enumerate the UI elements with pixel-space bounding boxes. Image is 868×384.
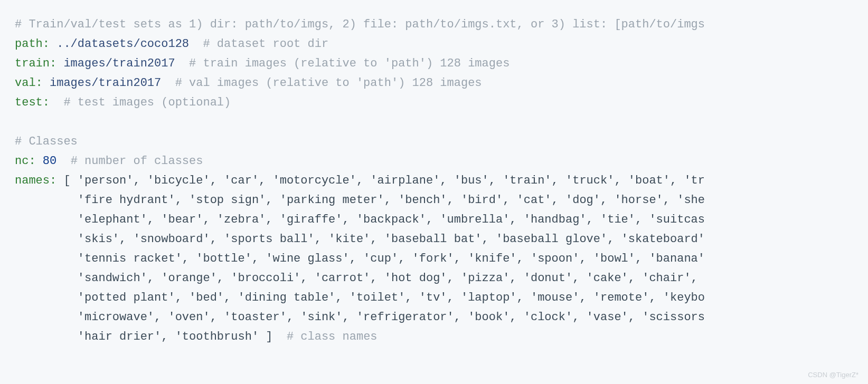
comment-header: # Train/val/test sets as 1) dir: path/to… — [15, 18, 705, 31]
value-nc: 80 — [43, 155, 56, 168]
watermark-text: CSDN @TigerZ* — [808, 371, 858, 379]
names-row-4: 'skis', 'snowboard', 'sports ball', 'kit… — [78, 233, 705, 246]
value-val: images/train2017 — [50, 76, 161, 90]
names-open-bracket: [ — [63, 174, 70, 187]
names-row-9: 'hair drier', 'toothbrush' — [78, 330, 266, 343]
names-row-7: 'potted plant', 'bed', 'dining table', '… — [78, 291, 705, 304]
key-names: names: — [15, 174, 56, 187]
key-nc: nc: — [15, 155, 36, 168]
key-test: test: — [15, 96, 50, 109]
comment-test: # test images (optional) — [63, 96, 231, 109]
names-row-5: 'tennis racket', 'bottle', 'wine glass',… — [78, 252, 705, 265]
names-row-8: 'microwave', 'oven', 'toaster', 'sink', … — [78, 311, 705, 324]
comment-path: # dataset root dir — [203, 37, 328, 51]
yaml-code-block: # Train/val/test sets as 1) dir: path/to… — [0, 0, 868, 347]
names-close-bracket: ] — [266, 330, 272, 343]
key-val: val: — [15, 76, 43, 90]
comment-classes-header: # Classes — [15, 135, 78, 148]
key-train: train: — [15, 57, 56, 70]
comment-nc: # number of classes — [71, 155, 203, 168]
value-path: ../datasets/coco128 — [56, 37, 189, 51]
names-row-2: 'fire hydrant', 'stop sign', 'parking me… — [78, 194, 705, 207]
comment-class-names: # class names — [287, 330, 378, 343]
comment-train: # train images (relative to 'path') 128 … — [189, 57, 510, 70]
names-row-6: 'sandwich', 'orange', 'broccoli', 'carro… — [78, 272, 705, 285]
key-path: path: — [15, 37, 50, 51]
names-row-1: 'person', 'bicycle', 'car', 'motorcycle'… — [78, 174, 705, 187]
comment-val: # val images (relative to 'path') 128 im… — [175, 76, 482, 90]
value-train: images/train2017 — [63, 57, 175, 70]
names-row-3: 'elephant', 'bear', 'zebra', 'giraffe', … — [78, 213, 705, 226]
